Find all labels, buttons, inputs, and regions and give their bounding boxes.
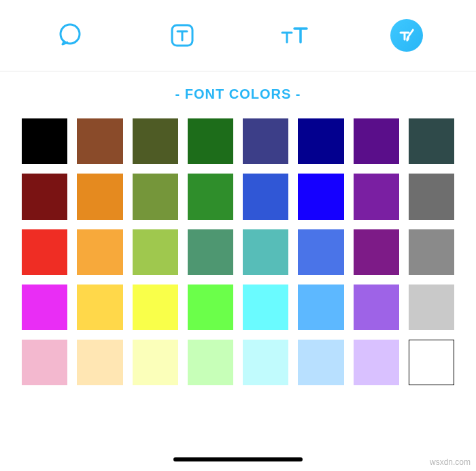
tab-text-size[interactable] (278, 19, 311, 52)
tab-speech-bubble[interactable] (54, 19, 86, 52)
color-swatch[interactable] (22, 340, 67, 385)
color-swatch[interactable] (409, 174, 454, 219)
color-swatch[interactable] (354, 118, 399, 164)
svg-point-0 (61, 25, 80, 44)
color-swatch[interactable] (77, 118, 122, 164)
color-swatch[interactable] (354, 229, 399, 275)
color-swatch[interactable] (354, 340, 399, 385)
brush-icon (395, 24, 418, 47)
color-swatch[interactable] (188, 340, 233, 385)
watermark: wsxdn.com (430, 457, 471, 467)
color-swatch[interactable] (77, 229, 122, 275)
color-swatch[interactable] (188, 174, 233, 219)
color-swatch[interactable] (22, 285, 67, 330)
color-swatch[interactable] (298, 118, 343, 164)
color-swatch[interactable] (243, 229, 288, 275)
toolbar (0, 0, 476, 71)
color-swatch[interactable] (409, 285, 454, 330)
color-swatch[interactable] (298, 174, 343, 219)
tab-font-color[interactable] (390, 19, 423, 52)
speech-bubble-icon (56, 22, 84, 49)
text-box-icon (169, 22, 196, 49)
color-swatch[interactable] (298, 340, 343, 385)
color-swatch[interactable] (409, 340, 454, 385)
color-grid (0, 113, 476, 385)
home-indicator (173, 457, 303, 461)
color-swatch[interactable] (77, 285, 122, 330)
color-swatch[interactable] (409, 118, 454, 164)
color-swatch[interactable] (22, 229, 67, 275)
color-swatch[interactable] (133, 340, 178, 385)
color-swatch[interactable] (77, 174, 122, 219)
section-title: - FONT COLORS - (0, 71, 476, 113)
color-swatch[interactable] (188, 229, 233, 275)
color-swatch[interactable] (243, 285, 288, 330)
tab-text-box[interactable] (166, 19, 199, 52)
text-size-icon (279, 22, 309, 49)
color-swatch[interactable] (22, 174, 67, 219)
color-swatch[interactable] (243, 174, 288, 219)
color-swatch[interactable] (243, 340, 288, 385)
color-swatch[interactable] (133, 118, 178, 164)
color-swatch[interactable] (298, 229, 343, 275)
color-swatch[interactable] (354, 285, 399, 330)
color-swatch[interactable] (133, 229, 178, 275)
color-swatch[interactable] (133, 174, 178, 219)
color-swatch[interactable] (243, 118, 288, 164)
color-swatch[interactable] (354, 174, 399, 219)
color-swatch[interactable] (188, 285, 233, 330)
color-swatch[interactable] (298, 285, 343, 330)
color-swatch[interactable] (409, 229, 454, 275)
color-swatch[interactable] (22, 118, 67, 164)
color-swatch[interactable] (133, 285, 178, 330)
color-swatch[interactable] (77, 340, 122, 385)
color-swatch[interactable] (188, 118, 233, 164)
